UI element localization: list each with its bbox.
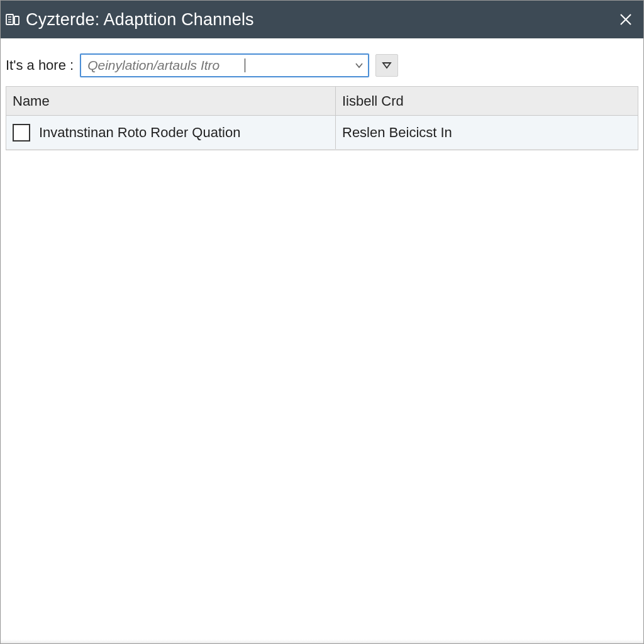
- column-header-crd[interactable]: Iisbell Crd: [336, 87, 638, 115]
- chevron-down-icon: [354, 60, 364, 70]
- text-caret: [245, 58, 245, 72]
- row-name-text: Invatnstinan Roto Roder Quation: [39, 125, 240, 141]
- filter-dropdown-button[interactable]: [375, 54, 398, 77]
- column-header-name[interactable]: Name: [6, 87, 336, 115]
- bottom-edge-shadow: [1, 640, 643, 643]
- window-title: Cyzterde: Adapttion Channels: [26, 10, 254, 30]
- filter-input[interactable]: [81, 55, 350, 76]
- close-button[interactable]: [613, 7, 638, 32]
- table-header: Name Iisbell Crd: [6, 87, 638, 116]
- cell-crd: Reslen Beicicst In: [336, 116, 638, 149]
- filter-combobox[interactable]: [80, 53, 369, 77]
- filter-label: It's a hore :: [6, 57, 74, 74]
- title-bar: Cyzterde: Adapttion Channels: [1, 1, 643, 38]
- close-icon: [619, 13, 633, 26]
- results-table: Name Iisbell Crd Invatnstinan Roto Roder…: [6, 86, 638, 150]
- row-checkbox[interactable]: [13, 124, 30, 142]
- svg-marker-7: [383, 63, 391, 68]
- app-icon: [6, 13, 19, 26]
- filter-row: It's a hore :: [1, 38, 643, 86]
- triangle-down-icon: [381, 60, 392, 71]
- combobox-caret[interactable]: [350, 60, 368, 70]
- cell-name: Invatnstinan Roto Roder Quation: [6, 116, 336, 149]
- svg-rect-4: [14, 16, 19, 25]
- dialog-window: Cyzterde: Adapttion Channels It's a hore…: [0, 0, 644, 644]
- table-row[interactable]: Invatnstinan Roto Roder Quation Reslen B…: [6, 116, 638, 150]
